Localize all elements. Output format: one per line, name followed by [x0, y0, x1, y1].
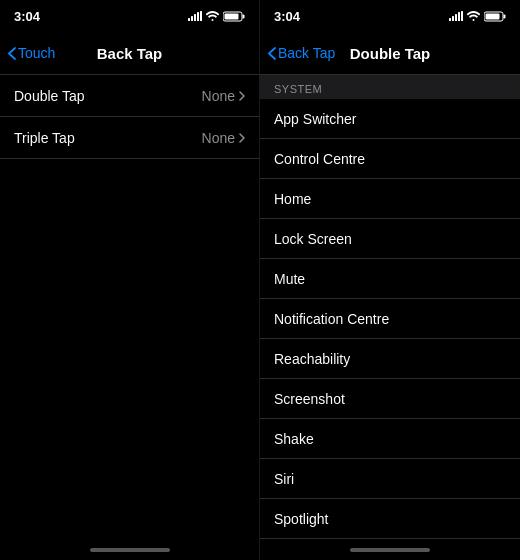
- svg-rect-4: [200, 11, 202, 21]
- right-chevron-icon: [268, 47, 276, 60]
- svg-rect-3: [197, 12, 199, 21]
- notification-centre-label: Notification Centre: [274, 311, 389, 327]
- right-back-label: Back Tap: [278, 45, 335, 61]
- triple-tap-right: None: [202, 130, 245, 146]
- triple-tap-item[interactable]: Triple Tap None: [0, 117, 259, 159]
- right-nav-title: Double Tap: [350, 45, 431, 62]
- screenshot-item[interactable]: Screenshot: [260, 379, 520, 419]
- svg-rect-12: [461, 11, 463, 21]
- left-back-button[interactable]: Touch: [8, 45, 55, 61]
- lock-screen-label: Lock Screen: [274, 231, 352, 247]
- screenshot-label: Screenshot: [274, 391, 345, 407]
- right-list-section: SYSTEM App Switcher Control Centre Home …: [260, 75, 520, 540]
- right-back-button[interactable]: Back Tap: [268, 45, 335, 61]
- control-centre-item[interactable]: Control Centre: [260, 139, 520, 179]
- svg-rect-6: [243, 14, 245, 18]
- left-status-icons: [188, 11, 245, 22]
- shake-item[interactable]: Shake: [260, 419, 520, 459]
- shake-label: Shake: [274, 431, 314, 447]
- svg-rect-11: [458, 12, 460, 21]
- double-tap-item[interactable]: Double Tap None: [0, 75, 259, 117]
- notification-centre-item[interactable]: Notification Centre: [260, 299, 520, 339]
- left-panel: 3:04: [0, 0, 260, 560]
- right-status-icons: [449, 11, 506, 22]
- svg-rect-14: [504, 14, 506, 18]
- svg-rect-2: [194, 14, 196, 21]
- spotlight-item[interactable]: Spotlight: [260, 499, 520, 539]
- spotlight-label: Spotlight: [274, 511, 328, 527]
- left-list-section: Double Tap None Triple Tap None: [0, 75, 259, 540]
- right-status-time: 3:04: [274, 9, 300, 24]
- svg-rect-8: [449, 18, 451, 21]
- lock-screen-item[interactable]: Lock Screen: [260, 219, 520, 259]
- left-status-bar: 3:04: [0, 0, 259, 32]
- home-label: Home: [274, 191, 311, 207]
- right-signal-icon: [449, 11, 463, 21]
- left-status-time: 3:04: [14, 9, 40, 24]
- home-item[interactable]: Home: [260, 179, 520, 219]
- left-home-bar: [90, 548, 170, 552]
- svg-rect-1: [191, 16, 193, 21]
- signal-icon: [188, 11, 202, 21]
- right-nav-bar: Back Tap Double Tap: [260, 32, 520, 74]
- right-home-indicator: [260, 540, 520, 560]
- reachability-item[interactable]: Reachability: [260, 339, 520, 379]
- double-tap-chevron-icon: [239, 91, 245, 101]
- battery-icon: [223, 11, 245, 22]
- right-battery-icon: [484, 11, 506, 22]
- double-tap-right: None: [202, 88, 245, 104]
- control-centre-label: Control Centre: [274, 151, 365, 167]
- siri-label: Siri: [274, 471, 294, 487]
- svg-rect-10: [455, 14, 457, 21]
- mute-item[interactable]: Mute: [260, 259, 520, 299]
- svg-rect-0: [188, 18, 190, 21]
- svg-rect-9: [452, 16, 454, 21]
- right-wifi-icon: [467, 11, 480, 21]
- siri-item[interactable]: Siri: [260, 459, 520, 499]
- left-home-indicator: [0, 540, 259, 560]
- system-section-header: SYSTEM: [260, 75, 520, 99]
- app-switcher-label: App Switcher: [274, 111, 356, 127]
- triple-tap-value: None: [202, 130, 235, 146]
- reachability-label: Reachability: [274, 351, 350, 367]
- left-back-label: Touch: [18, 45, 55, 61]
- svg-rect-7: [225, 13, 239, 19]
- double-tap-value: None: [202, 88, 235, 104]
- right-status-bar: 3:04: [260, 0, 520, 32]
- right-home-bar: [350, 548, 430, 552]
- triple-tap-label: Triple Tap: [14, 130, 75, 146]
- app-switcher-item[interactable]: App Switcher: [260, 99, 520, 139]
- wifi-icon: [206, 11, 219, 21]
- left-nav-title: Back Tap: [97, 45, 163, 62]
- svg-rect-15: [486, 13, 500, 19]
- double-tap-label: Double Tap: [14, 88, 85, 104]
- left-nav-bar: Touch Back Tap: [0, 32, 259, 74]
- mute-label: Mute: [274, 271, 305, 287]
- right-panel: 3:04: [260, 0, 520, 560]
- triple-tap-chevron-icon: [239, 133, 245, 143]
- left-chevron-icon: [8, 47, 16, 60]
